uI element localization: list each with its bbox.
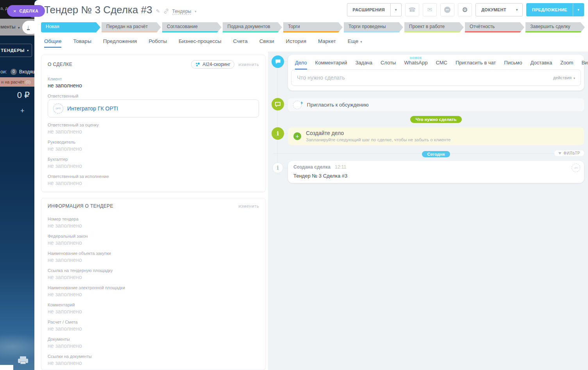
timeline-tab-4[interactable]: Слоты — [381, 60, 396, 69]
field-label: Руководитель — [48, 140, 259, 144]
stage-5[interactable]: Торги — [283, 22, 343, 32]
timeline-tab-11[interactable]: Визит — [581, 60, 588, 69]
todo-input[interactable] — [297, 75, 553, 81]
stage-4[interactable]: Подача документов — [223, 22, 282, 32]
stage-8[interactable]: Отчётность — [465, 22, 524, 32]
field-value[interactable]: не заполнено — [48, 360, 259, 366]
field-label: Комментарий — [48, 302, 259, 307]
timeline-tab-10[interactable]: Zoom — [560, 60, 573, 69]
field-value[interactable]: не заполнено — [48, 163, 259, 169]
stage-6[interactable]: Торги проведены — [344, 22, 403, 32]
tab-7[interactable]: Связи — [259, 38, 274, 48]
collapse-button[interactable]: ↓ — [22, 21, 34, 34]
field-value[interactable]: не заполнено — [48, 274, 259, 280]
field-value[interactable]: не заполнено — [48, 240, 259, 246]
copy-link-icon[interactable] — [164, 9, 169, 14]
today-pill[interactable]: Сегодня — [421, 150, 451, 158]
responsible-user-box[interactable]: Интегратор ГК OPTI — [48, 100, 259, 117]
invite-to-discussion[interactable]: + Пригласить к обсуждению — [288, 98, 584, 111]
filter-button[interactable]: ФИЛЬТР — [554, 150, 584, 156]
tenders-filter-label: ТЕНДЕРЫ — [1, 48, 25, 53]
chat-button[interactable] — [440, 3, 454, 16]
field-value[interactable]: не заполнено — [48, 343, 259, 349]
stage-3[interactable]: Согласование — [162, 22, 222, 32]
settings-button[interactable]: ⚙ — [458, 3, 472, 16]
timeline-tab-9[interactable]: Доставка — [530, 60, 552, 69]
email-button[interactable]: ✉ — [423, 3, 437, 16]
timeline-tab-5[interactable]: WhatsAppНОВОЕ — [404, 60, 427, 69]
tab-1[interactable]: Общие — [44, 38, 61, 48]
chevron-down-icon[interactable]: ▾ — [573, 8, 584, 12]
stage-9[interactable]: Завершить сделку — [525, 22, 585, 32]
field-value[interactable]: не заполнено — [48, 180, 259, 186]
timeline-tab-1[interactable]: Дело — [295, 60, 307, 69]
field-value[interactable]: не заполнено — [48, 291, 259, 297]
field-label: Ответственный за оценку — [48, 123, 259, 127]
actions-label: действия — [553, 75, 572, 80]
pipeline-selector[interactable]: Тендеры — [172, 9, 191, 14]
plus-icon[interactable]: + — [293, 132, 301, 140]
field-Расчет / Смета: Расчет / Сметане заполнено — [48, 320, 259, 332]
close-icon[interactable]: × — [13, 8, 16, 14]
proposal-button[interactable]: ПРЕДЛОЖЕНИЕ ▾ — [526, 3, 584, 16]
extensions-button[interactable]: РАСШИРЕНИЯ ▾ — [347, 3, 402, 16]
field-value[interactable]: не заполнено — [48, 308, 259, 315]
invite-label: Пригласить к обсуждению — [307, 102, 369, 108]
edit-section-link[interactable]: изменить — [238, 204, 259, 208]
timeline-tab-7[interactable]: Пригласить в чат — [456, 60, 496, 69]
ai-scoring-icon — [195, 62, 200, 67]
field-value[interactable]: не заполнено — [48, 82, 259, 89]
field-value[interactable]: не заполнено — [48, 257, 259, 263]
tab-2[interactable]: Товары — [73, 38, 91, 48]
responsible-user-link[interactable]: Интегратор ГК OPTI — [67, 105, 118, 112]
tab-4[interactable]: Роботы — [148, 38, 167, 48]
edit-section-link[interactable]: изменить — [238, 62, 259, 67]
document-button[interactable]: ДОКУМЕНТ ▾ — [475, 3, 523, 16]
tab-3[interactable]: Предложения — [103, 38, 137, 48]
field-Ответственный: ОтветственныйИнтегратор ГК OPTI — [48, 94, 259, 117]
timeline-entry[interactable]: Создана сделка 12:11 Тендер № 3 Сделка #… — [288, 161, 584, 183]
section-title: ИНФОРМАЦИЯ О ТЕНДЕРЕ — [48, 203, 113, 209]
chevron-down-icon: ▾ — [512, 8, 522, 12]
field-value[interactable]: не заполнено — [48, 146, 259, 152]
create-activity-hint[interactable]: + Создайте дело Запланируйте следующий ш… — [288, 127, 584, 145]
deal-slider-tab[interactable]: × СДЕЛКА — [7, 5, 45, 17]
call-button[interactable]: ☎ — [405, 3, 419, 16]
incoming-counter-fragment[interactable]: Входящ — [19, 69, 34, 75]
add-deal-button[interactable]: + — [20, 107, 25, 115]
entry-title: Создана сделка — [293, 164, 331, 170]
timeline-composer-card: ДелоКомментарийЗадачаСлотыWhatsAppНОВОЕС… — [288, 55, 584, 91]
actions-dropdown[interactable]: действия ▾ — [553, 75, 575, 80]
todo-pill[interactable]: Что нужно сделать — [410, 116, 462, 123]
ai-scoring-badge[interactable]: AI24-скоринг — [191, 60, 234, 69]
field-value[interactable]: не заполнено — [48, 128, 259, 135]
title-row: Тендер № 3 Сделка #3 ✎ Тендеры ▾ — [44, 4, 196, 16]
printer-icon[interactable] — [18, 356, 28, 365]
field-value[interactable]: не заполнено — [48, 222, 259, 229]
field-value[interactable]: не заполнено — [48, 326, 259, 332]
edit-title-icon[interactable]: ✎ — [156, 8, 160, 14]
background-toolbar: менты ▾ ↓ — [0, 19, 34, 36]
field-label: Наименование электронной площадки — [48, 285, 259, 290]
kanban-column-header[interactable]: н на расчёт (0) — [0, 77, 34, 87]
background-title-fragment: а, д — [0, 6, 8, 11]
chevron-down-icon[interactable]: ▾ — [391, 8, 401, 12]
stage-7[interactable]: Проект в работе — [404, 22, 464, 32]
timeline-tab-8[interactable]: Письмо — [504, 60, 522, 69]
tenders-filter-button[interactable]: ТЕНДЕРЫ ▾ — [0, 44, 32, 57]
deal-tabs: ОбщиеТоварыПредложенияРоботыБизнес-проце… — [44, 38, 362, 48]
gear-icon: ⚙ — [462, 6, 468, 14]
timeline-tab-2[interactable]: Комментарий — [315, 60, 347, 69]
timeline-tab-6[interactable]: СМС — [436, 60, 447, 69]
stage-2[interactable]: Передан на расчёт — [102, 22, 161, 32]
tab-6[interactable]: Счета — [233, 38, 248, 48]
tab-9[interactable]: Маркет — [318, 38, 336, 48]
tab-8[interactable]: История — [286, 38, 306, 48]
timeline-tab-3[interactable]: Задача — [355, 60, 372, 69]
documents-menu-fragment[interactable]: менты — [0, 24, 16, 30]
hint-subtitle: Запланируйте следующий шаг по сделке, чт… — [306, 137, 450, 142]
deal-detail-panel: Тендер № 3 Сделка #3 ✎ Тендеры ▾ РАСШИРЕ… — [34, 0, 588, 370]
tab-more[interactable]: Еще▾ — [348, 38, 362, 48]
tab-5[interactable]: Бизнес-процессы — [179, 38, 221, 48]
stage-1[interactable]: Новая — [41, 22, 100, 32]
